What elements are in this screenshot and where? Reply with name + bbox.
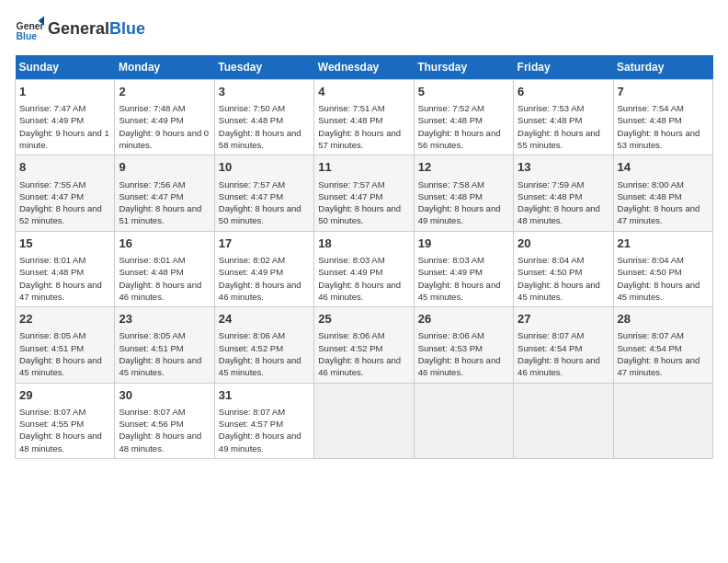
day-number: 17 <box>219 236 310 252</box>
weekday-header-sunday: Sunday <box>16 55 115 80</box>
logo-icon: General Blue <box>15 15 44 44</box>
weekday-header-thursday: Thursday <box>414 55 513 80</box>
day-number: 2 <box>119 84 210 100</box>
day-info: Sunrise: 8:01 AM Sunset: 4:48 PM Dayligh… <box>19 254 110 303</box>
calendar-cell: 12Sunrise: 7:58 AM Sunset: 4:48 PM Dayli… <box>414 155 513 231</box>
day-info: Sunrise: 8:07 AM Sunset: 4:54 PM Dayligh… <box>518 329 609 378</box>
day-number: 7 <box>618 84 709 100</box>
day-number: 16 <box>119 236 210 252</box>
day-number: 15 <box>19 236 110 252</box>
day-number: 20 <box>518 236 609 252</box>
day-info: Sunrise: 8:03 AM Sunset: 4:49 PM Dayligh… <box>318 254 409 303</box>
page-header: General Blue GeneralBlue <box>15 15 713 44</box>
svg-text:General: General <box>17 21 44 31</box>
day-info: Sunrise: 7:57 AM Sunset: 4:47 PM Dayligh… <box>318 178 409 227</box>
day-number: 4 <box>318 84 409 100</box>
day-info: Sunrise: 8:01 AM Sunset: 4:48 PM Dayligh… <box>119 254 210 303</box>
day-number: 3 <box>219 84 310 100</box>
calendar-cell: 2Sunrise: 7:48 AM Sunset: 4:49 PM Daylig… <box>115 80 214 155</box>
day-number: 18 <box>318 236 409 252</box>
calendar-cell: 21Sunrise: 8:04 AM Sunset: 4:50 PM Dayli… <box>613 231 712 306</box>
calendar-cell: 18Sunrise: 8:03 AM Sunset: 4:49 PM Dayli… <box>314 231 414 306</box>
day-number: 31 <box>219 387 310 404</box>
calendar-cell: 26Sunrise: 8:06 AM Sunset: 4:53 PM Dayli… <box>414 307 513 383</box>
day-info: Sunrise: 8:04 AM Sunset: 4:50 PM Dayligh… <box>618 254 709 303</box>
week-row-3: 15Sunrise: 8:01 AM Sunset: 4:48 PM Dayli… <box>16 231 713 306</box>
calendar-cell: 17Sunrise: 8:02 AM Sunset: 4:49 PM Dayli… <box>214 231 313 306</box>
day-number: 29 <box>19 387 110 404</box>
day-number: 23 <box>119 311 210 327</box>
day-info: Sunrise: 7:56 AM Sunset: 4:47 PM Dayligh… <box>119 178 210 227</box>
calendar-cell: 22Sunrise: 8:05 AM Sunset: 4:51 PM Dayli… <box>16 307 115 383</box>
day-info: Sunrise: 8:07 AM Sunset: 4:54 PM Dayligh… <box>618 329 709 378</box>
day-number: 13 <box>518 159 609 176</box>
day-number: 26 <box>418 311 509 327</box>
day-info: Sunrise: 8:07 AM Sunset: 4:56 PM Dayligh… <box>119 406 210 454</box>
day-number: 11 <box>318 159 409 176</box>
day-info: Sunrise: 7:48 AM Sunset: 4:49 PM Dayligh… <box>119 102 210 151</box>
day-info: Sunrise: 8:06 AM Sunset: 4:53 PM Dayligh… <box>418 329 509 378</box>
day-info: Sunrise: 7:53 AM Sunset: 4:48 PM Dayligh… <box>518 102 609 151</box>
day-info: Sunrise: 8:06 AM Sunset: 4:52 PM Dayligh… <box>318 329 409 378</box>
day-info: Sunrise: 7:54 AM Sunset: 4:48 PM Dayligh… <box>618 102 709 151</box>
calendar-cell <box>314 383 414 458</box>
day-number: 1 <box>19 84 110 100</box>
day-info: Sunrise: 8:02 AM Sunset: 4:49 PM Dayligh… <box>219 254 310 303</box>
weekday-header-saturday: Saturday <box>613 55 712 80</box>
day-info: Sunrise: 8:03 AM Sunset: 4:49 PM Dayligh… <box>418 254 509 303</box>
week-row-4: 22Sunrise: 8:05 AM Sunset: 4:51 PM Dayli… <box>16 307 713 383</box>
calendar-cell <box>414 383 513 458</box>
day-info: Sunrise: 7:55 AM Sunset: 4:47 PM Dayligh… <box>19 178 110 227</box>
day-number: 10 <box>219 159 310 176</box>
day-number: 30 <box>119 387 210 404</box>
week-row-1: 1Sunrise: 7:47 AM Sunset: 4:49 PM Daylig… <box>16 80 713 155</box>
day-number: 25 <box>318 311 409 327</box>
day-number: 28 <box>618 311 709 327</box>
day-info: Sunrise: 7:59 AM Sunset: 4:48 PM Dayligh… <box>518 178 609 227</box>
day-number: 12 <box>418 159 509 176</box>
day-info: Sunrise: 8:07 AM Sunset: 4:55 PM Dayligh… <box>19 406 110 454</box>
calendar-cell: 13Sunrise: 7:59 AM Sunset: 4:48 PM Dayli… <box>514 155 613 231</box>
calendar-cell <box>613 383 712 458</box>
calendar-cell: 30Sunrise: 8:07 AM Sunset: 4:56 PM Dayli… <box>115 383 214 458</box>
calendar-cell: 3Sunrise: 7:50 AM Sunset: 4:48 PM Daylig… <box>214 80 313 155</box>
calendar-cell: 19Sunrise: 8:03 AM Sunset: 4:49 PM Dayli… <box>414 231 513 306</box>
calendar-cell: 8Sunrise: 7:55 AM Sunset: 4:47 PM Daylig… <box>16 155 115 231</box>
calendar-cell: 1Sunrise: 7:47 AM Sunset: 4:49 PM Daylig… <box>16 80 115 155</box>
calendar-cell: 9Sunrise: 7:56 AM Sunset: 4:47 PM Daylig… <box>115 155 214 231</box>
day-number: 21 <box>618 236 709 252</box>
day-info: Sunrise: 8:07 AM Sunset: 4:57 PM Dayligh… <box>219 406 310 454</box>
calendar-cell: 20Sunrise: 8:04 AM Sunset: 4:50 PM Dayli… <box>514 231 613 306</box>
calendar-cell: 7Sunrise: 7:54 AM Sunset: 4:48 PM Daylig… <box>613 80 712 155</box>
weekday-header-friday: Friday <box>514 55 613 80</box>
calendar-cell: 14Sunrise: 8:00 AM Sunset: 4:48 PM Dayli… <box>613 155 712 231</box>
calendar-cell: 4Sunrise: 7:51 AM Sunset: 4:48 PM Daylig… <box>314 80 414 155</box>
day-number: 8 <box>19 159 110 176</box>
day-number: 9 <box>119 159 210 176</box>
week-row-2: 8Sunrise: 7:55 AM Sunset: 4:47 PM Daylig… <box>16 155 713 231</box>
day-info: Sunrise: 7:57 AM Sunset: 4:47 PM Dayligh… <box>219 178 310 227</box>
svg-text:Blue: Blue <box>17 31 38 41</box>
day-info: Sunrise: 7:51 AM Sunset: 4:48 PM Dayligh… <box>318 102 409 151</box>
calendar-cell: 16Sunrise: 8:01 AM Sunset: 4:48 PM Dayli… <box>115 231 214 306</box>
day-number: 24 <box>219 311 310 327</box>
day-info: Sunrise: 7:47 AM Sunset: 4:49 PM Dayligh… <box>19 102 110 151</box>
calendar-cell: 23Sunrise: 8:05 AM Sunset: 4:51 PM Dayli… <box>115 307 214 383</box>
day-info: Sunrise: 8:05 AM Sunset: 4:51 PM Dayligh… <box>119 329 210 378</box>
logo: General Blue GeneralBlue <box>15 15 145 44</box>
day-number: 27 <box>518 311 609 327</box>
calendar-cell: 11Sunrise: 7:57 AM Sunset: 4:47 PM Dayli… <box>314 155 414 231</box>
calendar-cell: 27Sunrise: 8:07 AM Sunset: 4:54 PM Dayli… <box>514 307 613 383</box>
calendar-cell: 6Sunrise: 7:53 AM Sunset: 4:48 PM Daylig… <box>514 80 613 155</box>
day-number: 14 <box>618 159 709 176</box>
weekday-header-monday: Monday <box>115 55 214 80</box>
day-info: Sunrise: 8:06 AM Sunset: 4:52 PM Dayligh… <box>219 329 310 378</box>
day-number: 5 <box>418 84 509 100</box>
day-info: Sunrise: 8:04 AM Sunset: 4:50 PM Dayligh… <box>518 254 609 303</box>
day-info: Sunrise: 7:50 AM Sunset: 4:48 PM Dayligh… <box>219 102 310 151</box>
calendar-cell: 31Sunrise: 8:07 AM Sunset: 4:57 PM Dayli… <box>214 383 313 458</box>
day-info: Sunrise: 7:58 AM Sunset: 4:48 PM Dayligh… <box>418 178 509 227</box>
logo-text: GeneralBlue <box>48 20 145 39</box>
day-info: Sunrise: 8:00 AM Sunset: 4:48 PM Dayligh… <box>618 178 709 227</box>
day-info: Sunrise: 7:52 AM Sunset: 4:48 PM Dayligh… <box>418 102 509 151</box>
